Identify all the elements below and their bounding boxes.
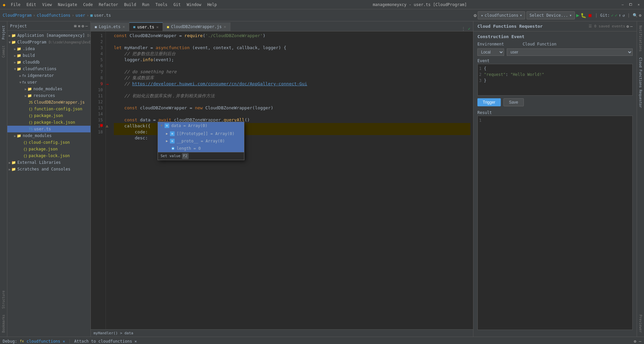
left-tab-bookmarks[interactable]: Bookmarks [1,312,6,335]
env-row: Environment Cloud Function [473,40,637,48]
tab-login[interactable]: ■ Login.ets ✕ [91,22,129,31]
result-line-1: 1 [479,117,631,123]
maximize-button[interactable]: ⧠ [628,2,633,7]
debug-close-icon[interactable]: — [639,339,641,344]
debug-bar: Debug: fx cloudfunctions ✕ | Attach to c… [0,337,644,344]
code-content[interactable]: const CloudDBZoneWrapper = require('./Cl… [111,31,473,329]
menu-file[interactable]: File [8,2,23,8]
env-select[interactable]: Local [477,48,504,56]
menu-navigate[interactable]: Navigate [55,2,80,8]
sidebar-settings[interactable]: ⚙ [82,24,84,28]
menu-git[interactable]: Git [171,2,184,8]
tree-clouddb[interactable]: ▶ 📁 clouddb [7,59,90,66]
left-tab-project[interactable]: Project [1,23,6,42]
close-button[interactable]: ✕ [636,2,641,7]
debug-settings-icon[interactable]: ⚙ [634,339,636,344]
tab-clouddbzonewrapper[interactable]: ■ CloudDBZoneWrapper.js ✕ [163,22,230,31]
right-panel-settings[interactable]: ⚙ [627,24,629,29]
tab-login-close[interactable]: ✕ [123,24,125,29]
editor-tabs: ■ Login.ets ✕ ■ user.ts ✕ ■ CloudDBZoneW… [91,21,473,31]
menu-build[interactable]: Build [122,2,139,8]
right-tab-cloud-requestor[interactable]: Cloud Functions Requestor [638,55,643,111]
tree-node-modules-top[interactable]: ▶ 📁 node_modules [7,132,90,139]
tree-clouddbzonewrapper[interactable]: JS CloudDBZoneWrapper.js [7,99,90,106]
trigger-button[interactable]: Trigger [477,98,501,106]
ac-item-data[interactable]: ▼ ≡ data = Array(0) [158,122,244,129]
tree-application[interactable]: ▶ 📁 Application [managemoneyxcy] D:\code… [7,32,90,39]
left-tab-commit[interactable]: Commit [1,43,6,60]
event-editor[interactable]: 1 { 2 "request": "Hello World!" 3 } [477,64,633,96]
autocomplete-popup: ▼ ≡ data = Array(0) ▶ ≡ [[Prototype]] = … [158,122,244,160]
tree-node-modules-user[interactable]: ▶ 📁 node_modules [7,86,90,92]
tab-clouddb-close[interactable]: ✕ [224,24,226,29]
func-select[interactable]: user [507,48,633,56]
menu-help[interactable]: Help [205,2,220,8]
tree-build[interactable]: ▶ 📁 build [7,52,90,59]
breadcrumb-cloudfunctions[interactable]: cloudfunctions [37,13,70,18]
menu-view[interactable]: View [39,2,54,8]
device-dropdown[interactable]: Select Device... ▾ [526,11,575,19]
debug-cloudfunctions-tab[interactable]: cloudfunctions ✕ [26,339,65,344]
ac-item-length[interactable]: ● length = 0 [158,145,244,152]
cloudfunctions-folder-icon: 📁 [17,67,21,71]
config-dropdown[interactable]: ✦ cloudfunctions ▾ [478,11,525,19]
tree-idea[interactable]: ▶ 📁 .idea [7,45,90,52]
function-config-icon: {} [29,107,33,111]
ac-item-proto[interactable]: ▶ ≡ __proto__ = Array(0) [158,137,244,145]
menu-refactor[interactable]: Refactor [96,2,121,8]
ac-item-prototype[interactable]: ▶ ≡ [[Prototype]] = Array(0) [158,130,244,137]
tree-package-json[interactable]: {} package.json [7,112,90,119]
breadcrumb-file: ■ user.ts [90,13,111,18]
tree-package-lock-2[interactable]: {} package-lock.json [7,152,90,159]
settings-icon[interactable]: ⚙ [474,13,476,18]
tree-idgenerator[interactable]: ▶ fx idgenerator [7,72,90,79]
right-panel-close[interactable]: — [630,24,633,29]
tree-cloud-config[interactable]: {} cloud-config.json [7,139,90,146]
tree-scratches[interactable]: ▶ 📁 Scratches and Consoles [7,166,90,173]
tree-package-json-2[interactable]: {} package.json [7,146,90,152]
tree-package-lock[interactable]: {} package-lock.json [7,119,90,126]
breadcrumb-myhandler: myHandler() > data [93,331,133,335]
result-editor[interactable]: 1 [477,116,633,330]
tree-resources[interactable]: ▶ 📁 resources [7,92,90,99]
sidebar-collapse-all[interactable]: ≡ [78,24,80,28]
idgenerator-icon: fx [22,74,26,78]
settings2-icon[interactable]: ⚙ [639,13,641,18]
sidebar-close[interactable]: — [85,24,88,28]
menu-run[interactable]: Run [140,2,152,8]
right-tab-notifications[interactable]: Notifications [638,23,643,54]
tab-userts-label: user.ts [137,25,154,29]
tree-user-ts[interactable]: TS user.ts [7,126,90,132]
tree-user[interactable]: ▼ fx user [7,79,90,86]
save-status-icon: ✓ [468,26,470,31]
menu-tools[interactable]: Tools [153,2,170,8]
minimize-button[interactable]: — [620,2,625,7]
run-button[interactable]: ▶ [576,12,580,18]
menu-code[interactable]: Code [80,2,95,8]
editor-menu-icon[interactable]: ⋮ [461,26,465,31]
sidebar-expand-all[interactable]: ⊞ [74,24,76,28]
search-icon[interactable]: 🔍 [633,13,638,18]
saved-events: ☰ 0 saved events [589,24,625,28]
code-line-10 [114,87,470,93]
menu-window[interactable]: Window [184,2,204,8]
tab-user-ts[interactable]: ■ user.ts ✕ [129,22,163,31]
tree-external-libs[interactable]: ▶ 📁 External Libraries [7,159,90,166]
tab-userts-close[interactable]: ✕ [156,25,159,29]
debug-button[interactable]: 🐛 [581,13,586,18]
right-tab-previewer[interactable]: Previewer [638,312,643,335]
title-bar: ◆ File Edit View Navigate Code Refactor … [0,0,644,9]
menu-edit[interactable]: Edit [24,2,39,8]
debug-attach-tab[interactable]: Attach to cloudfunctions ✕ [74,339,137,344]
left-tab-structure[interactable]: Structure [1,288,6,311]
package-lock-2-icon: {} [23,154,27,158]
tree-cloudprogram[interactable]: ▼ 📁 CloudProgram D:\code\hongmeng\DevEco… [7,39,90,45]
stop-button[interactable]: ⏹ [588,13,592,18]
login-tab-icon: ■ [95,25,97,29]
save-button[interactable]: Save [503,98,524,106]
userts-tab-icon: ■ [133,25,135,29]
tree-cloudfunctions[interactable]: ▼ 📁 cloudfunctions [7,66,90,72]
breadcrumb-user[interactable]: user [75,13,85,18]
breadcrumb-cloudprogram[interactable]: CloudProgram [3,13,32,18]
tree-function-config[interactable]: {} function-config.json [7,106,90,112]
